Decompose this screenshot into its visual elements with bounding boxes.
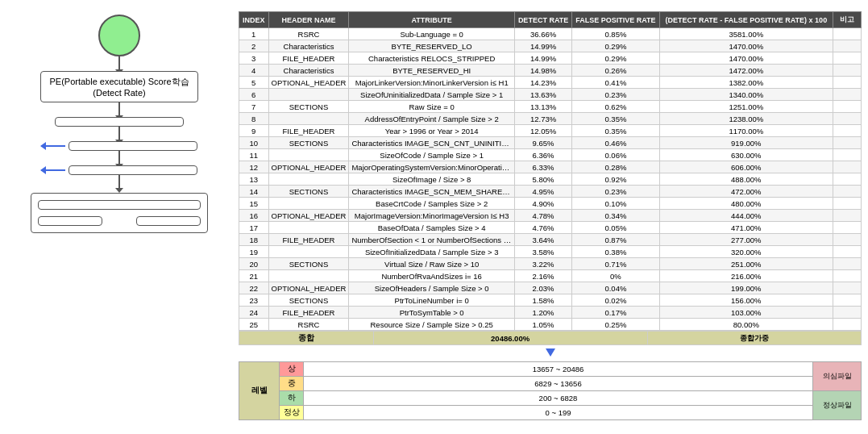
vc-node — [98, 15, 140, 56]
table-row: 16OPTIONAL_HEADERMajorImageVersion:Minor… — [239, 210, 862, 222]
col-combined: (DETECT RATE - FALSE POSITIVE RATE) x 10… — [659, 12, 833, 28]
risk-arrow — [41, 145, 65, 147]
total-table: 종합 20486.00% 종합가중 — [239, 331, 862, 345]
table-row: 12OPTIONAL_HEADERMajorOperatingSystemVer… — [239, 161, 862, 173]
bottom-row — [38, 216, 201, 226]
level-row-low: 하 200 ~ 6828 정상파일 — [239, 391, 862, 406]
table-row: 3FILE_HEADERCharacteristics RELOCS_STRIP… — [239, 52, 862, 65]
table-row: 13SizeOfImage / Size > 85.80%0.92%488.00… — [239, 173, 862, 186]
col-note: 비고 — [833, 12, 862, 28]
level-low-name: 하 — [280, 391, 304, 406]
level-row-mid: 중 6829 ~ 13656 — [239, 377, 862, 391]
table-row: 22OPTIONAL_HEADERSizeOfHeaders / Sample … — [239, 282, 862, 294]
table-row: 7SECTIONSRaw Size = 013.13%0.62%1251.00% — [239, 101, 862, 113]
level-low-range: 200 ~ 6828 — [304, 391, 813, 406]
table-row: 25RSRCResource Size / Sample Size > 0.25… — [239, 319, 862, 331]
table-row: 11SizeOfCode / Sample Size > 16.36%0.06%… — [239, 149, 862, 161]
level-row-normal: 정상 0 ~ 199 — [239, 406, 862, 420]
right-panel: INDEX HEADER NAME ATTRIBUTE DETECT RATE … — [232, 6, 862, 428]
suspect-box — [69, 165, 197, 175]
risk-box — [69, 141, 197, 151]
level-suspicious-label: 의심파일 — [813, 362, 862, 391]
level-row-high: 레벨 상 13657 ~ 20486 의심파일 — [239, 362, 862, 377]
blue-down-arrow — [239, 347, 862, 360]
risk-box-wrapper — [41, 141, 197, 151]
arrow-2 — [118, 102, 120, 117]
file-collect-box — [38, 200, 201, 210]
level-normal-range: 0 ~ 199 — [304, 406, 813, 420]
suspect-arrow — [41, 169, 65, 171]
pe-score-box: PE(Portable executable) Score학습 (Detect … — [40, 71, 197, 102]
table-row: 24FILE_HEADERPtrToSymTable > 01.20%0.17%… — [239, 307, 862, 319]
col-header-name: HEADER NAME — [268, 12, 349, 28]
total-note: 종합가중 — [647, 332, 861, 345]
pe-score-label: PE(Portable executable) Score학습 (Detect … — [49, 77, 189, 98]
total-row: 종합 20486.00% 종합가중 — [239, 332, 862, 345]
level-high-range: 13657 ~ 20486 — [304, 362, 813, 377]
intelligence-box — [136, 216, 201, 226]
level-mid-range: 6829 ~ 13656 — [304, 377, 813, 391]
arrow-5 — [118, 175, 120, 190]
left-panel: PE(Portable executable) Score학습 (Detect … — [6, 6, 232, 428]
table-row: 9FILE_HEADERYear > 1996 or Year > 201412… — [239, 125, 862, 137]
table-row: 2CharacteristicsBYTE_RESERVED_LO14.99%0.… — [239, 40, 862, 52]
table-row: 5OPTIONAL_HEADERMajorLinkerVersion:Minor… — [239, 77, 862, 89]
suspect-box-wrapper — [41, 165, 197, 175]
col-attribute: ATTRIBUTE — [349, 12, 514, 28]
col-index: INDEX — [239, 12, 269, 28]
table-row: 17BaseOfData / Samples Size > 44.76%0.05… — [239, 222, 862, 234]
table-row: 8AddressOfEntryPoint / Sample Size > 212… — [239, 113, 862, 125]
main-table: INDEX HEADER NAME ATTRIBUTE DETECT RATE … — [239, 11, 862, 331]
arrow-4 — [118, 151, 120, 165]
table-row: 18FILE_HEADERNumberOfSection < 1 or Numb… — [239, 234, 862, 246]
table-row: 6SizeOfUninitializedData / Sample Size >… — [239, 89, 862, 101]
table-row: 15BaseCrtCode / Samples Size > 24.90%0.1… — [239, 198, 862, 210]
col-false-positive: FALSE POSITIVE RATE — [572, 12, 659, 28]
table-row: 19SizeOfInitializedData / Sample Size > … — [239, 246, 862, 258]
level-normal-label: 정상파일 — [813, 391, 862, 420]
table-row: 14SECTIONSCharacteristics IMAGE_SCN_MEM_… — [239, 186, 862, 198]
total-value: 20486.00% — [373, 332, 647, 345]
dynamic-analysis-box — [38, 216, 102, 226]
table-row: 10SECTIONSCharacteristics IMAGE_SCN_CNT_… — [239, 137, 862, 149]
level-header: 레벨 — [239, 362, 280, 420]
arrow-3 — [118, 127, 120, 141]
table-row: 1RSRCSub-Language = 036.66%0.85%3581.00% — [239, 28, 862, 40]
level-mid-name: 중 — [280, 377, 304, 391]
level-high-name: 상 — [280, 362, 304, 377]
arrow-1 — [118, 56, 120, 71]
total-label: 종합 — [239, 332, 374, 345]
baseline-box — [55, 117, 184, 127]
col-detect-rate: DETECT RATE — [514, 12, 571, 28]
table-row: 4CharacteristicsBYTE_RESERVED_HI14.98%0.… — [239, 65, 862, 77]
bottom-section — [31, 193, 208, 233]
level-table: 레벨 상 13657 ~ 20486 의심파일 중 6829 ~ 13656 하… — [239, 361, 862, 420]
level-normal-name: 정상 — [280, 406, 304, 420]
table-row: 20SECTIONSVirtual Size / Raw Size > 103.… — [239, 258, 862, 270]
table-row: 21NumberOfRvaAndSizes i= 162.16%0%216.00… — [239, 270, 862, 282]
table-row: 23SECTIONSPtrToLineNumber i= 01.58%0.02%… — [239, 294, 862, 307]
